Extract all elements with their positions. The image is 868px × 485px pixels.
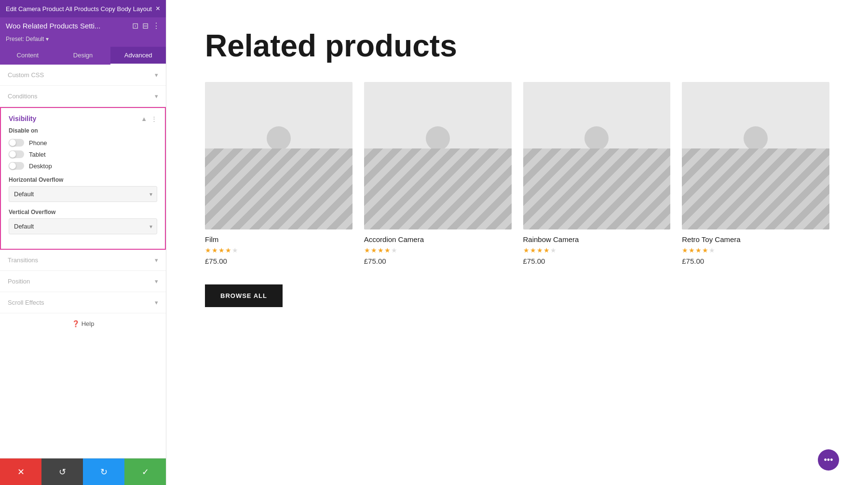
product-price-retro: £75.00 bbox=[682, 257, 829, 265]
product-price-accordion: £75.00 bbox=[364, 257, 512, 265]
layout-icon[interactable]: ⊟ bbox=[142, 21, 149, 30]
cancel-button[interactable]: ✕ bbox=[0, 458, 41, 485]
star-3: ★ bbox=[378, 246, 384, 254]
transitions-label: Transitions bbox=[8, 256, 38, 264]
left-panel: Edit Camera Product All Products Copy Bo… bbox=[0, 0, 166, 485]
browse-all-button[interactable]: BROWSE ALL bbox=[205, 284, 283, 307]
module-icons: ⊡ ⊟ ⋮ bbox=[132, 21, 160, 30]
product-price-rainbow: £75.00 bbox=[523, 257, 671, 265]
tablet-toggle-row: Tablet bbox=[9, 150, 157, 158]
conditions-chevron: ▾ bbox=[155, 93, 158, 100]
horizontal-overflow-wrapper: Default Hidden Scroll Auto bbox=[9, 186, 157, 202]
related-products-title: Related products bbox=[205, 29, 829, 63]
star-2: ★ bbox=[530, 246, 536, 254]
product-stars-rainbow: ★ ★ ★ ★ ★ bbox=[523, 246, 671, 254]
transitions-chevron: ▾ bbox=[155, 256, 158, 264]
responsive-icon[interactable]: ⊡ bbox=[132, 21, 138, 30]
product-name-retro: Retro Toy Camera bbox=[682, 235, 829, 243]
position-section[interactable]: Position ▾ bbox=[0, 271, 166, 292]
tablet-label: Tablet bbox=[29, 151, 46, 158]
product-card-accordion: Accordion Camera ★ ★ ★ ★ ★ £75.00 bbox=[364, 82, 512, 265]
visibility-title: Visibility bbox=[9, 115, 36, 122]
phone-label: Phone bbox=[29, 139, 47, 147]
product-stars-accordion: ★ ★ ★ ★ ★ bbox=[364, 246, 512, 254]
product-image-accordion bbox=[364, 82, 512, 229]
star-4: ★ bbox=[225, 246, 231, 254]
tab-content[interactable]: Content bbox=[0, 47, 55, 65]
product-image-rainbow bbox=[523, 82, 671, 229]
title-bar: Edit Camera Product All Products Copy Bo… bbox=[0, 0, 166, 17]
help-row[interactable]: ❓ Help bbox=[0, 313, 166, 334]
fab-button[interactable]: ••• bbox=[818, 449, 839, 471]
star-4: ★ bbox=[384, 246, 391, 254]
vertical-overflow-wrapper: Default Hidden Scroll Auto bbox=[9, 218, 157, 234]
star-3: ★ bbox=[537, 246, 543, 254]
bottom-bar: ✕ ↺ ↻ ✓ bbox=[0, 458, 166, 485]
vertical-overflow-section: Vertical Overflow Default Hidden Scroll … bbox=[9, 209, 157, 234]
horizontal-overflow-section: Horizontal Overflow Default Hidden Scrol… bbox=[9, 176, 157, 202]
product-image-film bbox=[205, 82, 353, 229]
products-grid: Film ★ ★ ★ ★ ★ £75.00 Accordion Camera ★… bbox=[205, 82, 829, 265]
star-1: ★ bbox=[682, 246, 688, 254]
module-title: Woo Related Products Setti... bbox=[6, 22, 128, 30]
save-button[interactable]: ✓ bbox=[124, 458, 166, 485]
visibility-section: Visibility ▲ ⋮ Disable on Phone Tablet bbox=[0, 107, 166, 250]
star-5: ★ bbox=[391, 246, 397, 254]
tab-advanced[interactable]: Advanced bbox=[110, 47, 166, 65]
position-label: Position bbox=[8, 278, 30, 285]
star-2: ★ bbox=[212, 246, 218, 254]
product-name-film: Film bbox=[205, 235, 353, 243]
preset-bar: Preset: Default ▾ bbox=[0, 34, 166, 47]
phone-toggle[interactable] bbox=[9, 139, 24, 147]
more-options-icon[interactable]: ⋮ bbox=[152, 21, 160, 30]
product-stars-retro: ★ ★ ★ ★ ★ bbox=[682, 246, 829, 254]
product-name-rainbow: Rainbow Camera bbox=[523, 235, 671, 243]
product-image-retro bbox=[682, 82, 829, 229]
star-3: ★ bbox=[695, 246, 702, 254]
panel-body: Custom CSS ▾ Conditions ▾ Visibility ▲ ⋮… bbox=[0, 65, 166, 458]
vertical-overflow-select[interactable]: Default Hidden Scroll Auto bbox=[9, 218, 157, 234]
star-5: ★ bbox=[232, 246, 238, 254]
title-bar-text: Edit Camera Product All Products Copy Bo… bbox=[6, 5, 152, 13]
visibility-more-icon[interactable]: ⋮ bbox=[151, 115, 157, 122]
star-1: ★ bbox=[205, 246, 211, 254]
horizontal-overflow-label: Horizontal Overflow bbox=[9, 176, 157, 183]
visibility-header-icons: ▲ ⋮ bbox=[141, 115, 157, 122]
star-1: ★ bbox=[523, 246, 529, 254]
module-header: Woo Related Products Setti... ⊡ ⊟ ⋮ bbox=[0, 17, 166, 34]
custom-css-section[interactable]: Custom CSS ▾ bbox=[0, 65, 166, 86]
position-chevron: ▾ bbox=[155, 278, 158, 285]
star-1: ★ bbox=[364, 246, 370, 254]
scroll-effects-chevron: ▾ bbox=[155, 299, 158, 306]
vertical-overflow-label: Vertical Overflow bbox=[9, 209, 157, 216]
redo-button[interactable]: ↻ bbox=[83, 458, 124, 485]
desktop-label: Desktop bbox=[29, 162, 52, 170]
help-icon: ❓ bbox=[72, 320, 80, 327]
star-2: ★ bbox=[689, 246, 695, 254]
close-button[interactable]: × bbox=[156, 4, 160, 13]
main-content: Related products Film ★ ★ ★ ★ ★ £75.00 A… bbox=[166, 0, 868, 485]
fab-icon: ••• bbox=[824, 455, 833, 465]
conditions-section[interactable]: Conditions ▾ bbox=[0, 86, 166, 107]
scroll-effects-section[interactable]: Scroll Effects ▾ bbox=[0, 292, 166, 313]
horizontal-overflow-select[interactable]: Default Hidden Scroll Auto bbox=[9, 186, 157, 202]
tabs-bar: Content Design Advanced bbox=[0, 47, 166, 65]
undo-button[interactable]: ↺ bbox=[41, 458, 83, 485]
star-3: ★ bbox=[218, 246, 225, 254]
product-card-rainbow: Rainbow Camera ★ ★ ★ ★ ★ £75.00 bbox=[523, 82, 671, 265]
desktop-toggle[interactable] bbox=[9, 162, 24, 170]
visibility-collapse-icon[interactable]: ▲ bbox=[141, 115, 147, 122]
product-price-film: £75.00 bbox=[205, 257, 353, 265]
disable-on-label: Disable on bbox=[9, 127, 157, 134]
custom-css-chevron: ▾ bbox=[155, 71, 158, 79]
desktop-toggle-row: Desktop bbox=[9, 162, 157, 170]
tablet-toggle[interactable] bbox=[9, 150, 24, 158]
preset-label[interactable]: Preset: Default ▾ bbox=[6, 36, 49, 42]
scroll-effects-label: Scroll Effects bbox=[8, 299, 44, 306]
star-5: ★ bbox=[550, 246, 556, 254]
product-stars-film: ★ ★ ★ ★ ★ bbox=[205, 246, 353, 254]
transitions-section[interactable]: Transitions ▾ bbox=[0, 250, 166, 271]
star-2: ★ bbox=[371, 246, 377, 254]
conditions-label: Conditions bbox=[8, 93, 37, 100]
tab-design[interactable]: Design bbox=[55, 47, 111, 65]
